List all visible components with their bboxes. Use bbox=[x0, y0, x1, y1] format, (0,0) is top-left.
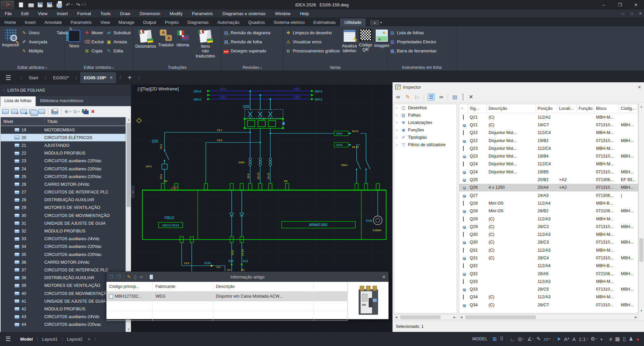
user-icon[interactable]: ♟ bbox=[629, 336, 633, 342]
inspector-close-icon[interactable]: ✕ bbox=[638, 85, 641, 90]
idioma-button[interactable]: Idioma bbox=[176, 28, 190, 62]
article-panel-close-icon[interactable]: ✕ bbox=[382, 274, 386, 279]
tab-start[interactable]: Start bbox=[25, 72, 42, 83]
desegno-superado-button[interactable]: SUPDesegno superado bbox=[223, 47, 270, 55]
novo-button[interactable]: Novo bbox=[66, 28, 82, 62]
sheet-panel-header[interactable]: ⁞⁞ LISTA DE FOLHAS bbox=[0, 85, 131, 96]
inspector-row-q29-14[interactable]: KIQ29(C)28/C2071310...MBH... bbox=[459, 223, 638, 230]
sheet-row-44[interactable]: 44CIRCUITOS auxiliares-220vac bbox=[1, 321, 126, 329]
layout-tab-layout2[interactable]: Layout2 bbox=[64, 337, 85, 342]
inspector-table-header[interactable]: ▽ Sig... Descrição Posição Locali... Fun… bbox=[459, 104, 638, 113]
inspector-row-q30-15[interactable]: Q30(C)112/A3MBH-M... bbox=[459, 230, 638, 238]
inspector-row-q26-9[interactable]: KIQ264 x 125020/A4+A2071310...MBH... bbox=[459, 184, 638, 191]
delete-record-icon[interactable]: ✕ bbox=[468, 94, 474, 100]
sheet-row-25[interactable]: 25CIRCUITOS auxiliares-220Vac bbox=[1, 173, 126, 180]
sheet-row-31[interactable]: 31UNIDADE DE AJUSTE DE GUIA bbox=[1, 219, 126, 227]
substituir-button[interactable]: ⇄Substituir bbox=[106, 29, 131, 37]
sheet-row-32[interactable]: 32MÓDULO PROFIBUS bbox=[1, 227, 126, 235]
article-row[interactable]: MBH127332... WEG Disjuntor em Caixa Mold… bbox=[106, 292, 348, 301]
print-sheet-icon[interactable] bbox=[51, 110, 58, 114]
sheet-row-28[interactable]: 28DISTRIBUIÇÃO AUXILIAR bbox=[1, 196, 126, 204]
settings-icon[interactable]: ⚙▾ bbox=[591, 336, 597, 342]
insert-sheet-icon[interactable]: ➜ bbox=[11, 109, 18, 114]
undo-icon[interactable]: ↶ bbox=[66, 2, 70, 7]
excluir-button[interactable]: ⌫Excluir bbox=[84, 38, 104, 46]
table-hscrollbar[interactable]: ◀ ▶ bbox=[459, 314, 638, 320]
scroll-up-icon[interactable]: ▲ bbox=[126, 117, 131, 122]
tree-item-folhas[interactable]: ›▤Folhas bbox=[394, 112, 457, 119]
copia-button[interactable]: ⧉Copia bbox=[84, 47, 104, 55]
menu-format[interactable]: Format bbox=[73, 10, 96, 17]
pad-icon[interactable]: # bbox=[609, 336, 612, 342]
ribbon-collapse-icon[interactable]: ▲ bbox=[370, 20, 379, 25]
inspector-title-bar[interactable]: Inspector ✕ bbox=[393, 82, 644, 92]
export-article-icon[interactable]: ❒ bbox=[117, 274, 121, 279]
note-edit-icon[interactable]: ✎ bbox=[127, 274, 131, 279]
new-sheet-icon[interactable] bbox=[2, 109, 9, 114]
scroll-down-icon[interactable]: ▼ bbox=[126, 327, 131, 332]
inspector-vscrollbar[interactable]: ▲ ▼ bbox=[638, 104, 644, 313]
panel-label[interactable]: Revisões▾ bbox=[221, 65, 283, 70]
inspector-row-q27-10[interactable]: KIQ2724/A3071306...| bbox=[459, 191, 638, 199]
copy-pages-dropdown-icon[interactable]: ▾ bbox=[78, 110, 80, 113]
inspector-row-q22-2[interactable]: Q22Disjuntor Mot...112/C4MBH-M... bbox=[459, 129, 638, 137]
sheet-row-34[interactable]: 34CIRCUITOS auxiliares-220Vac bbox=[1, 243, 126, 251]
layout-tab-layout1[interactable]: Layout1 bbox=[39, 337, 60, 342]
article-table-header[interactable]: Código princip... Fabricante Descrição bbox=[106, 282, 348, 292]
doc-restore-button[interactable]: □ bbox=[631, 11, 633, 16]
tree-item-filtros-de-utilizadore[interactable]: ›▽Filtros de utilizadore bbox=[394, 141, 457, 148]
new-file-icon[interactable] bbox=[19, 2, 25, 7]
tree-hscrollbar[interactable]: ◀ ▶ bbox=[394, 314, 457, 320]
inspector-row-q23-5[interactable]: KIQ23Disjuntor Mot...19/B4071310...MBH..… bbox=[459, 152, 638, 160]
ortho-icon[interactable]: ∟ bbox=[510, 336, 515, 342]
annotative-star-icon[interactable]: A* bbox=[564, 336, 569, 342]
inspector-row-q21-1[interactable]: KIQ21(C)18/C7071310...MBH... bbox=[459, 121, 638, 129]
inspector-row-q34-23[interactable]: Q34(C)112/A3MBH-M... bbox=[459, 293, 638, 301]
inspector-row-q31-18[interactable]: KIQ31(C)28/C4071310...MBH... bbox=[459, 254, 638, 262]
expand-icon[interactable]: › bbox=[396, 142, 399, 147]
ribbon-tab-automac-a-o[interactable]: Automação bbox=[213, 18, 244, 26]
sheet-row-27[interactable]: 27CIRCUITOS DE INTERFACE PLC bbox=[1, 188, 126, 196]
add-scale-icon[interactable]: + bbox=[600, 336, 603, 342]
sheet-row-30[interactable]: 30CIRCUITOS DE MOVIMENTAÇÃO bbox=[1, 212, 126, 219]
sheet-row-23[interactable]: 23CIRCUITOS auxiliares-220Vac bbox=[1, 157, 126, 165]
find-advanced-icon[interactable]: ∞ bbox=[438, 94, 444, 100]
inspector-row-q23-4[interactable]: Q23Disjuntor Mot...112/C4MBH-M... bbox=[459, 144, 638, 152]
gnomon-icon[interactable]: ◎▾ bbox=[518, 336, 524, 342]
ribbon-tab-utilidade[interactable]: Utilidade bbox=[340, 18, 366, 26]
attach-dropdown-icon[interactable]: ▾ bbox=[70, 110, 71, 113]
select-region-icon[interactable] bbox=[462, 94, 464, 100]
avanc-ada-button[interactable]: ✐Avançada bbox=[21, 38, 47, 46]
scroll-right-icon[interactable]: ▶ bbox=[454, 316, 456, 319]
redo-dropdown-icon[interactable]: ▾ bbox=[82, 3, 83, 6]
import-article-icon[interactable]: ❒ bbox=[109, 274, 113, 279]
doc-minimize-button[interactable]: — bbox=[621, 11, 625, 16]
visualizar-erros-button[interactable]: ⚠Visualizar erros bbox=[285, 38, 340, 46]
print-icon[interactable] bbox=[56, 2, 62, 7]
save-icon[interactable] bbox=[38, 2, 44, 7]
save-as-icon[interactable]: ✎ bbox=[47, 2, 53, 7]
scroll-left-icon[interactable]: ◀ bbox=[460, 316, 462, 319]
ribbon-tab-estimativas[interactable]: Estimativas bbox=[309, 18, 340, 26]
scroll-up-icon[interactable]: ▲ bbox=[639, 104, 644, 109]
menu-diagramas-e-sistemas[interactable]: Diagramas e sistemas bbox=[218, 10, 270, 17]
ribbon-tab-view[interactable]: View bbox=[96, 18, 114, 26]
limpeza-do-desenho-button[interactable]: ❖Limpeza do desenho bbox=[285, 29, 340, 37]
menu-view[interactable]: View bbox=[33, 10, 52, 17]
scroll-right-icon[interactable]: ▶ bbox=[635, 316, 637, 319]
sheet-row-26[interactable]: 26CARRO MOTOR-24Vdc bbox=[1, 180, 126, 188]
sheet-row-20[interactable]: 20CIRCUITOS ELÉTRICOS bbox=[1, 134, 126, 141]
inspector-row-q24-6[interactable]: Q24Disjuntor Mot...112/C4MBH-M... bbox=[459, 160, 638, 168]
tree-item-func-o-es[interactable]: ›◉Funções bbox=[394, 126, 457, 134]
propriedades-electro-button[interactable]: ▥Propriedades Electro bbox=[389, 38, 436, 46]
ribbon-tab-diagramas[interactable]: Diagramas bbox=[183, 18, 213, 26]
inspector-row-q30-16[interactable]: KIQ30(C)28/C3071310...MBH... bbox=[459, 239, 638, 246]
minimize-button[interactable]: – bbox=[596, 0, 612, 9]
menu-insert[interactable]: Insert bbox=[52, 10, 73, 17]
tradutor-button[interactable]: Tradutor bbox=[158, 28, 174, 62]
expand-icon[interactable]: › bbox=[396, 120, 399, 125]
inspector-row-q24-7[interactable]: KIQ24Disjuntor Mot...19/B5071310...MBH..… bbox=[459, 168, 638, 176]
article-row-empty[interactable] bbox=[106, 301, 348, 311]
panel-label[interactable]: Editar símbolos▾ bbox=[64, 65, 133, 70]
menu-help[interactable]: Help bbox=[295, 10, 314, 17]
